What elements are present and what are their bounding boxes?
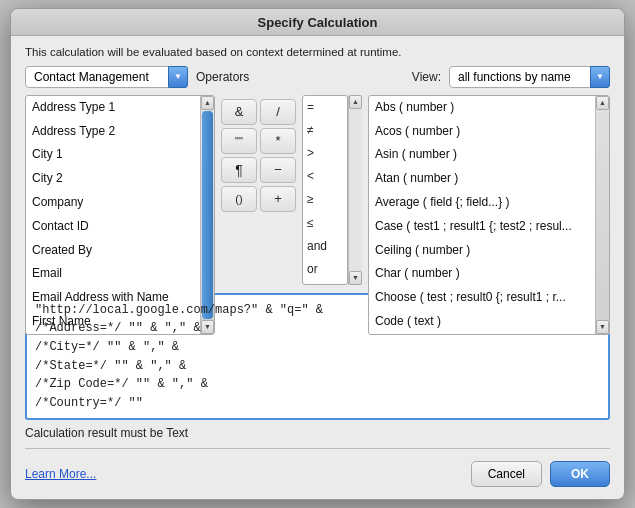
function-item[interactable]: Asin ( number ) <box>369 143 595 167</box>
footer: Learn More... Cancel OK <box>25 457 610 489</box>
op-gte[interactable]: ≥ <box>303 188 347 211</box>
op-minus-btn[interactable]: − <box>260 157 296 183</box>
op-lte[interactable]: ≤ <box>303 212 347 235</box>
function-item[interactable]: Case ( test1 ; result1 {; test2 ; resul.… <box>369 215 595 239</box>
function-item[interactable]: Atan ( number ) <box>369 167 595 191</box>
function-item[interactable]: Ceiling ( number ) <box>369 239 595 263</box>
function-item[interactable]: Char ( number ) <box>369 262 595 286</box>
op-notequal[interactable]: ≠ <box>303 119 347 142</box>
functions-list-inner[interactable]: Abs ( number ) Acos ( number ) Asin ( nu… <box>369 96 595 334</box>
divider <box>25 448 610 449</box>
list-item[interactable]: Address Type 2 <box>26 120 200 144</box>
scroll-up-btn[interactable]: ▲ <box>201 96 214 110</box>
field-list-panel: Address Type 1 Address Type 2 City 1 Cit… <box>25 95 215 335</box>
info-text: This calculation will be evaluated based… <box>25 46 610 58</box>
op-row-2: "" * <box>221 128 296 154</box>
list-item[interactable]: Address Type 1 <box>26 96 200 120</box>
scroll-thumb[interactable] <box>202 111 213 319</box>
context-select-wrapper[interactable]: Contact Management ▼ <box>25 66 188 88</box>
view-label: View: <box>412 70 441 84</box>
field-scrollbar[interactable]: ▲ ▼ <box>200 96 214 334</box>
scroll-down-btn[interactable]: ▼ <box>201 320 214 334</box>
func-scroll-up[interactable]: ▲ <box>596 96 609 110</box>
field-list-inner[interactable]: Address Type 1 Address Type 2 City 1 Cit… <box>26 96 200 334</box>
function-item[interactable]: Acos ( number ) <box>369 120 595 144</box>
view-select-wrapper[interactable]: all functions by name ▼ <box>449 66 610 88</box>
functions-scrollbar[interactable]: ▲ ▼ <box>595 96 609 334</box>
specify-calculation-dialog: Specify Calculation This calculation wil… <box>10 8 625 501</box>
op-scroll-up[interactable]: ▲ <box>349 95 362 109</box>
operators-label: Operators <box>196 70 249 84</box>
result-type: Calculation result must be Text <box>25 426 610 440</box>
op-row-3: ¶ − <box>221 157 296 183</box>
op-parens-btn[interactable]: () <box>221 186 257 212</box>
function-item[interactable]: Choose ( test ; result0 {; result1 ; r..… <box>369 286 595 310</box>
op-gt[interactable]: > <box>303 142 347 165</box>
learn-more-link[interactable]: Learn More... <box>25 467 96 481</box>
ok-button[interactable]: OK <box>550 461 610 487</box>
op-pilcrow-btn[interactable]: ¶ <box>221 157 257 183</box>
op-equals[interactable]: = <box>303 96 347 119</box>
list-item[interactable]: City 2 <box>26 167 200 191</box>
op-ampersand-btn[interactable]: & <box>221 99 257 125</box>
list-item[interactable]: Email <box>26 262 200 286</box>
op-text-panel: = ≠ > < ≥ ≤ and or xor not <box>302 95 348 285</box>
list-item[interactable]: City 1 <box>26 143 200 167</box>
op-or[interactable]: or <box>303 258 347 281</box>
operators-symbol-panel: & / "" * ¶ − () + <box>221 95 296 216</box>
op-plus-btn[interactable]: + <box>260 186 296 212</box>
context-select[interactable]: Contact Management <box>25 66 188 88</box>
functions-list-panel: Abs ( number ) Acos ( number ) Asin ( nu… <box>368 95 610 335</box>
func-scroll-down[interactable]: ▼ <box>596 320 609 334</box>
footer-buttons: Cancel OK <box>471 461 610 487</box>
op-multiply-btn[interactable]: * <box>260 128 296 154</box>
function-item[interactable]: Code ( text ) <box>369 310 595 334</box>
op-quotes-btn[interactable]: "" <box>221 128 257 154</box>
op-slash-btn[interactable]: / <box>260 99 296 125</box>
dialog-title: Specify Calculation <box>11 9 624 36</box>
op-and[interactable]: and <box>303 235 347 258</box>
cancel-button[interactable]: Cancel <box>471 461 542 487</box>
op-lt[interactable]: < <box>303 165 347 188</box>
list-item[interactable]: Company <box>26 191 200 215</box>
op-row-1: & / <box>221 99 296 125</box>
op-xor[interactable]: xor <box>303 281 347 284</box>
function-item[interactable]: Average ( field {; field...} ) <box>369 191 595 215</box>
function-item[interactable]: Abs ( number ) <box>369 96 595 120</box>
op-scroll-down[interactable]: ▼ <box>349 271 362 285</box>
view-select[interactable]: all functions by name <box>449 66 610 88</box>
op-text-scrollbar[interactable]: ▲ ▼ <box>348 95 362 285</box>
list-item[interactable]: Contact ID <box>26 215 200 239</box>
list-item[interactable]: Created By <box>26 239 200 263</box>
op-row-4: () + <box>221 186 296 212</box>
